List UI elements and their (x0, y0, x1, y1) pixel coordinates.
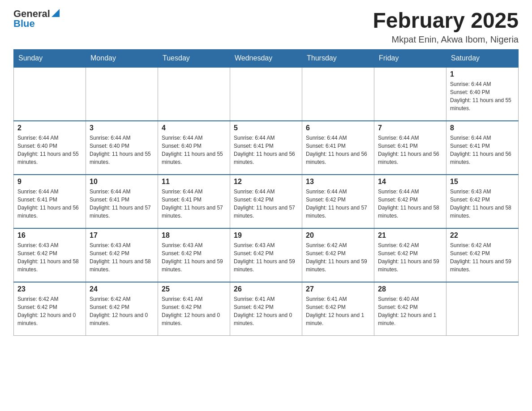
calendar-cell (446, 282, 519, 336)
calendar-cell: 10Sunrise: 6:44 AM Sunset: 6:41 PM Dayli… (86, 175, 158, 228)
calendar-cell: 26Sunrise: 6:41 AM Sunset: 6:42 PM Dayli… (230, 282, 302, 336)
month-title: February 2025 (373, 9, 519, 33)
week-row-5: 23Sunrise: 6:42 AM Sunset: 6:42 PM Dayli… (14, 282, 519, 336)
week-row-4: 16Sunrise: 6:43 AM Sunset: 6:42 PM Dayli… (14, 228, 519, 282)
week-row-1: 1Sunrise: 6:44 AM Sunset: 6:40 PM Daylig… (14, 67, 519, 121)
day-number: 14 (378, 178, 442, 186)
svg-marker-0 (51, 9, 60, 17)
day-info: Sunrise: 6:44 AM Sunset: 6:41 PM Dayligh… (17, 188, 82, 220)
day-number: 4 (162, 124, 226, 132)
day-info: Sunrise: 6:42 AM Sunset: 6:42 PM Dayligh… (378, 241, 442, 274)
day-info: Sunrise: 6:44 AM Sunset: 6:40 PM Dayligh… (450, 80, 515, 112)
calendar-cell: 4Sunrise: 6:44 AM Sunset: 6:40 PM Daylig… (158, 121, 230, 175)
day-number: 10 (90, 178, 154, 186)
header-tuesday: Tuesday (158, 49, 230, 67)
calendar-cell: 5Sunrise: 6:44 AM Sunset: 6:41 PM Daylig… (230, 121, 302, 175)
calendar-table: Sunday Monday Tuesday Wednesday Thursday… (13, 49, 519, 336)
weekday-header-row: Sunday Monday Tuesday Wednesday Thursday… (14, 49, 519, 67)
day-info: Sunrise: 6:43 AM Sunset: 6:42 PM Dayligh… (17, 241, 82, 274)
day-number: 6 (306, 124, 370, 132)
logo-triangle-icon (51, 9, 60, 19)
calendar-cell: 16Sunrise: 6:43 AM Sunset: 6:42 PM Dayli… (14, 228, 86, 282)
calendar-cell: 28Sunrise: 6:40 AM Sunset: 6:42 PM Dayli… (374, 282, 446, 336)
day-number: 8 (450, 124, 515, 132)
day-info: Sunrise: 6:40 AM Sunset: 6:42 PM Dayligh… (378, 295, 442, 327)
calendar-cell: 20Sunrise: 6:42 AM Sunset: 6:42 PM Dayli… (302, 228, 374, 282)
location-subtitle: Mkpat Enin, Akwa Ibom, Nigeria (373, 34, 519, 45)
calendar-cell: 25Sunrise: 6:41 AM Sunset: 6:42 PM Dayli… (158, 282, 230, 336)
day-number: 27 (306, 285, 370, 293)
calendar-cell: 1Sunrise: 6:44 AM Sunset: 6:40 PM Daylig… (446, 67, 519, 121)
day-number: 25 (162, 285, 226, 293)
calendar-cell: 6Sunrise: 6:44 AM Sunset: 6:41 PM Daylig… (302, 121, 374, 175)
calendar-cell: 18Sunrise: 6:43 AM Sunset: 6:42 PM Dayli… (158, 228, 230, 282)
day-number: 19 (234, 231, 298, 240)
day-number: 28 (378, 285, 442, 293)
day-info: Sunrise: 6:42 AM Sunset: 6:42 PM Dayligh… (17, 295, 82, 327)
day-info: Sunrise: 6:44 AM Sunset: 6:40 PM Dayligh… (162, 134, 226, 166)
page-header: General Blue February 2025 Mkpat Enin, A… (13, 9, 519, 45)
day-number: 17 (90, 231, 154, 240)
calendar-cell: 17Sunrise: 6:43 AM Sunset: 6:42 PM Dayli… (86, 228, 158, 282)
day-info: Sunrise: 6:41 AM Sunset: 6:42 PM Dayligh… (306, 295, 370, 327)
day-number: 22 (450, 231, 515, 240)
day-number: 24 (90, 285, 154, 293)
day-number: 9 (17, 178, 82, 186)
day-number: 21 (378, 231, 442, 240)
day-number: 3 (90, 124, 154, 132)
day-info: Sunrise: 6:43 AM Sunset: 6:42 PM Dayligh… (450, 188, 515, 220)
logo-general-text: General (13, 9, 50, 19)
day-info: Sunrise: 6:41 AM Sunset: 6:42 PM Dayligh… (162, 295, 226, 327)
day-info: Sunrise: 6:42 AM Sunset: 6:42 PM Dayligh… (450, 241, 515, 274)
day-number: 13 (306, 178, 370, 186)
calendar-cell (86, 67, 158, 121)
calendar-cell (374, 67, 446, 121)
day-number: 18 (162, 231, 226, 240)
day-number: 12 (234, 178, 298, 186)
day-info: Sunrise: 6:44 AM Sunset: 6:40 PM Dayligh… (90, 134, 154, 166)
day-info: Sunrise: 6:42 AM Sunset: 6:42 PM Dayligh… (90, 295, 154, 327)
header-saturday: Saturday (446, 49, 519, 67)
calendar-cell: 22Sunrise: 6:42 AM Sunset: 6:42 PM Dayli… (446, 228, 519, 282)
header-wednesday: Wednesday (230, 49, 302, 67)
calendar-cell: 2Sunrise: 6:44 AM Sunset: 6:40 PM Daylig… (14, 121, 86, 175)
day-info: Sunrise: 6:43 AM Sunset: 6:42 PM Dayligh… (90, 241, 154, 274)
day-number: 11 (162, 178, 226, 186)
calendar-cell: 13Sunrise: 6:44 AM Sunset: 6:42 PM Dayli… (302, 175, 374, 228)
day-number: 15 (450, 178, 515, 186)
calendar-cell: 9Sunrise: 6:44 AM Sunset: 6:41 PM Daylig… (14, 175, 86, 228)
week-row-2: 2Sunrise: 6:44 AM Sunset: 6:40 PM Daylig… (14, 121, 519, 175)
day-number: 20 (306, 231, 370, 240)
day-info: Sunrise: 6:44 AM Sunset: 6:41 PM Dayligh… (234, 134, 298, 166)
day-info: Sunrise: 6:44 AM Sunset: 6:42 PM Dayligh… (234, 188, 298, 220)
calendar-cell: 14Sunrise: 6:44 AM Sunset: 6:42 PM Dayli… (374, 175, 446, 228)
week-row-3: 9Sunrise: 6:44 AM Sunset: 6:41 PM Daylig… (14, 175, 519, 228)
calendar-cell: 12Sunrise: 6:44 AM Sunset: 6:42 PM Dayli… (230, 175, 302, 228)
day-info: Sunrise: 6:41 AM Sunset: 6:42 PM Dayligh… (234, 295, 298, 327)
calendar-cell: 8Sunrise: 6:44 AM Sunset: 6:41 PM Daylig… (446, 121, 519, 175)
day-number: 26 (234, 285, 298, 293)
calendar-title-area: February 2025 Mkpat Enin, Akwa Ibom, Nig… (373, 9, 519, 45)
day-info: Sunrise: 6:44 AM Sunset: 6:41 PM Dayligh… (450, 134, 515, 166)
calendar-cell: 24Sunrise: 6:42 AM Sunset: 6:42 PM Dayli… (86, 282, 158, 336)
day-number: 23 (17, 285, 82, 293)
day-info: Sunrise: 6:44 AM Sunset: 6:42 PM Dayligh… (306, 188, 370, 220)
calendar-cell (158, 67, 230, 121)
calendar-cell: 27Sunrise: 6:41 AM Sunset: 6:42 PM Dayli… (302, 282, 374, 336)
day-info: Sunrise: 6:44 AM Sunset: 6:41 PM Dayligh… (378, 134, 442, 166)
header-sunday: Sunday (14, 49, 86, 67)
calendar-cell (14, 67, 86, 121)
calendar-cell (230, 67, 302, 121)
header-thursday: Thursday (302, 49, 374, 67)
day-info: Sunrise: 6:43 AM Sunset: 6:42 PM Dayligh… (162, 241, 226, 274)
calendar-cell: 21Sunrise: 6:42 AM Sunset: 6:42 PM Dayli… (374, 228, 446, 282)
day-info: Sunrise: 6:44 AM Sunset: 6:41 PM Dayligh… (162, 188, 226, 220)
logo: General Blue (13, 9, 60, 29)
calendar-cell: 19Sunrise: 6:43 AM Sunset: 6:42 PM Dayli… (230, 228, 302, 282)
day-info: Sunrise: 6:44 AM Sunset: 6:41 PM Dayligh… (306, 134, 370, 166)
day-number: 1 (450, 70, 515, 78)
day-info: Sunrise: 6:42 AM Sunset: 6:42 PM Dayligh… (306, 241, 370, 274)
calendar-cell: 11Sunrise: 6:44 AM Sunset: 6:41 PM Dayli… (158, 175, 230, 228)
day-number: 16 (17, 231, 82, 240)
day-info: Sunrise: 6:44 AM Sunset: 6:41 PM Dayligh… (90, 188, 154, 220)
